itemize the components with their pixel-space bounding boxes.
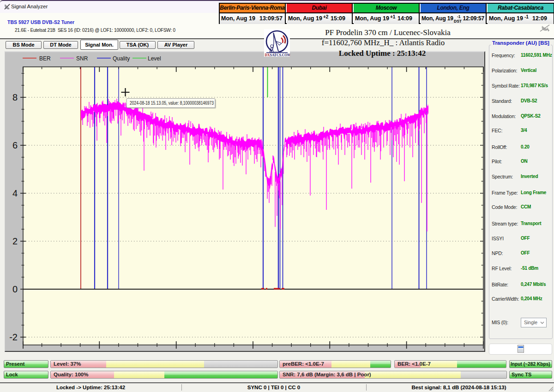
svg-text:2: 2: [12, 236, 18, 246]
svg-text:DXSATCS.COM: DXSATCS.COM: [265, 53, 290, 57]
svg-text:4: 4: [12, 188, 18, 198]
svg-text:6: 6: [12, 140, 18, 150]
svg-text:0: 0: [12, 284, 18, 294]
svg-text:-2: -2: [9, 332, 18, 342]
svg-text:8: 8: [12, 92, 18, 102]
svg-text:2024-08-18 15.13.05, value: 8,: 2024-08-18 15.13.05, value: 8,1000003814…: [130, 100, 214, 106]
svg-text:BER: BER: [39, 55, 51, 62]
svg-text:Level: Level: [148, 55, 161, 62]
svg-text:Quality: Quality: [113, 55, 130, 62]
svg-text:SNR: SNR: [76, 55, 88, 62]
